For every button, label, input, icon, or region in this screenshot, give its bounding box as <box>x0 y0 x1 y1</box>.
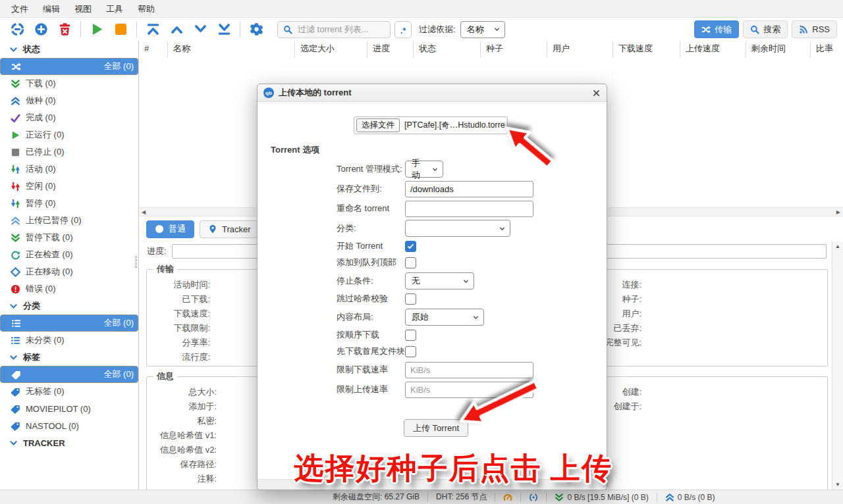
sidebar-header[interactable]: TRACKER <box>0 434 138 451</box>
menu-item-0[interactable]: 文件 <box>4 1 36 17</box>
sidebar-item-label: 全部 (0) <box>104 317 134 329</box>
column-header-8[interactable]: 上传速度 <box>680 41 746 57</box>
column-header-5[interactable]: 种子 <box>481 41 547 57</box>
link-button[interactable] <box>7 20 27 39</box>
column-header-2[interactable]: 选定大小 <box>295 41 367 57</box>
column-header-7[interactable]: 下载速度 <box>613 41 680 57</box>
sidebar-item[interactable]: 未分类 (0) <box>0 332 138 349</box>
sidebar-item[interactable]: 正运行 (0) <box>0 126 138 143</box>
form-checkbox[interactable] <box>405 293 416 305</box>
column-header-10[interactable]: 比率 <box>811 41 843 57</box>
sidebar-item[interactable]: 活动 (0) <box>0 161 138 178</box>
form-input[interactable] <box>405 382 533 398</box>
column-header-3[interactable]: 进度 <box>367 41 414 57</box>
trash-button[interactable] <box>55 20 74 39</box>
scroll-up-icon[interactable]: ▲ <box>835 243 840 249</box>
connection-status[interactable] <box>529 493 538 502</box>
nav-button-shuffle[interactable]: 传输 <box>694 20 739 38</box>
sidebar-item-label: 完成 (0) <box>26 112 56 124</box>
sidebar-item[interactable]: 正在移动 (0) <box>0 263 138 280</box>
form-select[interactable]: 手动 <box>405 161 443 178</box>
form-input[interactable] <box>405 181 533 197</box>
move-top-icon <box>146 22 160 36</box>
sidebar-item[interactable]: 下载 (0) <box>0 75 138 92</box>
menu-item-2[interactable]: 视图 <box>67 1 99 17</box>
torrent-filter-input[interactable] <box>296 24 385 35</box>
upload-speed-text: 0 B/s (0 B) <box>678 493 715 502</box>
sidebar-item-label: 全部 (0) <box>104 368 134 380</box>
stop-button[interactable] <box>111 20 130 39</box>
form-label: 开始 Torrent <box>337 240 405 252</box>
scroll-left-icon[interactable]: ◀ <box>142 209 146 215</box>
form-select[interactable] <box>405 220 510 237</box>
sidebar-item-label: 活动 (0) <box>26 163 56 175</box>
form-checkbox[interactable] <box>405 346 416 357</box>
form-select[interactable]: 无 <box>405 272 474 290</box>
regex-toggle-button[interactable]: .* <box>394 21 412 38</box>
form-checkbox[interactable] <box>405 241 416 252</box>
sidebar-item[interactable]: 全部 (0) <box>0 315 138 332</box>
form-input[interactable] <box>405 201 533 217</box>
sidebar-item[interactable]: 做种 (0) <box>0 92 138 109</box>
list-icon <box>11 336 20 345</box>
sidebar-item[interactable]: 全部 (0) <box>0 366 138 383</box>
sidebar-item[interactable]: 上传已暂停 (0) <box>0 212 138 229</box>
play-button[interactable] <box>87 20 107 39</box>
sidebar-item[interactable]: 错误 (0) <box>0 280 138 297</box>
choose-file-button[interactable]: 选择文件 <box>356 118 400 132</box>
nav-button-search[interactable]: 搜索 <box>743 20 788 38</box>
column-header-9[interactable]: 剩余时间 <box>746 41 811 57</box>
sidebar-header[interactable]: 标签 <box>0 349 138 366</box>
alt-speed-toggle[interactable] <box>503 493 512 502</box>
add-circle-button[interactable] <box>31 20 51 39</box>
form-checkbox[interactable] <box>405 330 416 341</box>
detail-tab-1[interactable]: Tracker <box>200 220 259 238</box>
info-legend: 信息 <box>153 370 177 382</box>
gear-button[interactable] <box>246 20 266 39</box>
dialog-footer <box>258 479 607 490</box>
form-checkbox[interactable] <box>405 257 416 268</box>
column-header-4[interactable]: 状态 <box>414 41 481 57</box>
nav-button-rss[interactable]: RSS <box>792 20 837 38</box>
sidebar-item[interactable]: NASTOOL (0) <box>0 417 138 434</box>
chevron-down-icon <box>9 353 18 362</box>
statusbar-separator <box>520 493 521 502</box>
sidebar-header[interactable]: 分类 <box>0 297 138 315</box>
column-header-6[interactable]: 用户 <box>547 41 613 57</box>
sidebar-item[interactable]: 完成 (0) <box>0 109 138 126</box>
sidebar-header[interactable]: 状态 <box>0 41 138 58</box>
menu-item-4[interactable]: 帮助 <box>130 1 162 17</box>
torrent-filter-searchbox[interactable] <box>277 21 391 38</box>
stop-icon <box>114 22 128 36</box>
form-select[interactable]: 原始 <box>405 309 484 326</box>
dialog-titlebar[interactable]: qb 上传本地的 torrent <box>258 84 607 102</box>
sidebar-item[interactable]: 全部 (0) <box>0 58 138 75</box>
sidebar-item[interactable]: 已停止 (0) <box>0 143 138 161</box>
menu-item-1[interactable]: 编辑 <box>36 1 67 17</box>
move-bottom-button[interactable] <box>214 20 234 39</box>
sidebar-item[interactable]: 暂停 (0) <box>0 195 138 212</box>
scroll-right-icon[interactable]: ▶ <box>836 209 840 215</box>
filter-by-select[interactable]: 名称 <box>460 21 505 38</box>
menu-item-3[interactable]: 工具 <box>99 1 130 17</box>
form-row: 开始 Torrent <box>258 239 607 253</box>
sidebar-item[interactable]: 暂停下载 (0) <box>0 229 138 246</box>
sidebar-item[interactable]: MOVIEPILOT (0) <box>0 400 138 417</box>
detail-tab-0[interactable]: 普通 <box>146 220 194 238</box>
form-input[interactable] <box>405 362 533 378</box>
move-down-button[interactable] <box>190 20 210 39</box>
sidebar-splitter-handle[interactable]: ⁞⁞⁞⁞ <box>134 255 137 268</box>
sidebar-item[interactable]: 空闲 (0) <box>0 178 138 195</box>
file-input[interactable]: 选择文件 [PTCafe].[奇…Hstudlo.torrent <box>354 116 508 134</box>
vertical-scrollbar[interactable]: ▲ ▼ <box>832 241 843 490</box>
move-top-button[interactable] <box>143 20 163 39</box>
upload-torrent-button[interactable]: 上传 Torrent <box>404 419 468 437</box>
scroll-down-icon[interactable]: ▼ <box>835 482 840 488</box>
move-up-button[interactable] <box>167 20 186 39</box>
column-header-0[interactable]: # <box>139 41 168 57</box>
list-icon <box>11 318 21 328</box>
sidebar-item[interactable]: 正在检查 (0) <box>0 246 138 263</box>
dialog-close-button[interactable] <box>592 89 601 97</box>
column-header-1[interactable]: 名称 <box>168 41 295 57</box>
sidebar-item[interactable]: 无标签 (0) <box>0 383 138 400</box>
